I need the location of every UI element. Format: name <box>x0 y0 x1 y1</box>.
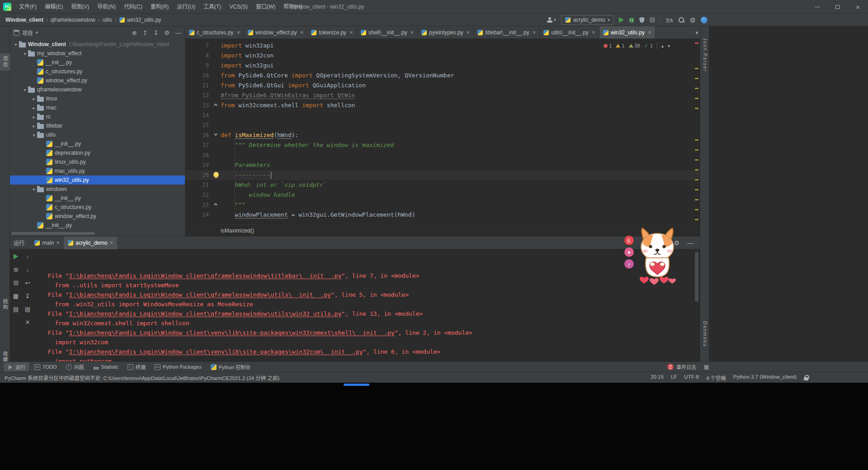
tool-strip-project[interactable]: 项目 <box>0 53 10 71</box>
debug-button[interactable] <box>629 17 634 23</box>
chevron-down-icon[interactable]: ▾ <box>36 30 38 35</box>
stripe-mark[interactable] <box>695 98 698 99</box>
breadcrumb-qframelesswindow[interactable]: qframelesswindow <box>51 17 95 23</box>
code-editor[interactable]: 7import win32api8import win32con9import … <box>185 39 700 224</box>
rerun-icon[interactable] <box>12 253 19 260</box>
tree-item-__init__-py[interactable]: __init__.py <box>10 194 185 203</box>
blue-status-icon[interactable] <box>701 17 708 24</box>
stripe-mark[interactable] <box>695 43 698 44</box>
stripe-mark[interactable] <box>695 199 698 200</box>
toolwindow-button-终端[interactable]: 终端 <box>124 362 149 371</box>
close-tab-icon[interactable]: × <box>110 239 113 246</box>
breadcrumb-function[interactable]: isMaximized() <box>221 228 254 234</box>
tree-item-linux_utils-py[interactable]: linux_utils.py <box>10 157 185 166</box>
breadcrumb-utils[interactable]: utils <box>103 17 112 23</box>
clear-icon[interactable]: ✕ <box>24 318 31 326</box>
expand-all-icon[interactable]: ↥ <box>143 29 148 36</box>
tree-item-titlebar[interactable]: ▸titlebar <box>10 121 185 130</box>
close-tab-icon[interactable]: × <box>236 29 240 36</box>
tree-item-mac_utils-py[interactable]: mac_utils.py <box>10 166 185 176</box>
status-item-20-15[interactable]: 20:15 <box>651 374 664 381</box>
tree-toggle-icon[interactable]: ▸ <box>31 105 37 110</box>
tree-item-c_structures-py[interactable]: c_structures.py <box>10 203 185 212</box>
console-file-link[interactable]: I:\biancheng\Fandis_Login\Window_client\… <box>69 291 331 298</box>
stop-icon[interactable] <box>12 279 19 286</box>
tree-toggle-icon[interactable]: ▾ <box>31 187 37 192</box>
tree-item-Window_client[interactable]: ▾Window_clientI:\biancheng\Fandis_Login\… <box>10 40 185 49</box>
project-panel-title[interactable]: 项目 <box>22 29 33 37</box>
tool-strip-json-parser[interactable]: Json Parser <box>700 38 709 72</box>
next-problem-icon[interactable]: ▾ <box>668 43 670 48</box>
tree-item-utils[interactable]: ▾utils <box>10 130 185 139</box>
translate-icon[interactable]: 文A <box>665 17 673 24</box>
search-icon[interactable] <box>678 17 685 24</box>
editor-breadcrumbs[interactable]: isMaximized() <box>185 224 700 236</box>
editor-tab-pywintypes-py[interactable]: pywintypes.py× <box>418 26 474 38</box>
project-tree[interactable]: ▾Window_clientI:\biancheng\Fandis_Login\… <box>10 39 185 236</box>
emote-button-2[interactable]: ♪ <box>624 259 634 269</box>
tree-item-__init__-py[interactable]: __init__.py <box>10 58 185 67</box>
hidden-tabs-icon[interactable]: ▾ <box>695 30 698 36</box>
tree-item-mac[interactable]: ▸mac <box>10 103 185 112</box>
maximize-icon[interactable] <box>827 0 848 14</box>
tree-item-rc[interactable]: ▸rc <box>10 112 185 121</box>
run-tab-acrylic_demo[interactable]: acrylic_demo× <box>64 237 117 249</box>
stripe-mark[interactable] <box>695 209 698 210</box>
settings-gear-icon[interactable]: ⚙ <box>690 17 696 24</box>
run-button[interactable] <box>619 17 624 23</box>
down-icon[interactable]: ↓ <box>24 266 31 273</box>
tree-item-windows[interactable]: ▾windows <box>10 185 185 194</box>
menu-item-文件-F-[interactable]: 文件(F) <box>15 0 41 14</box>
coverage-button[interactable] <box>639 17 645 23</box>
fold-marker-icon[interactable] <box>214 132 217 136</box>
console-scrollbar[interactable] <box>695 252 698 302</box>
stripe-mark[interactable] <box>695 108 698 109</box>
user-menu[interactable]: ▾ <box>547 17 556 23</box>
tree-toggle-icon[interactable]: ▸ <box>31 123 37 128</box>
toolwindow-button-Python-控制台[interactable]: Python 控制台 <box>207 362 254 371</box>
toolwindow-button-Statistic[interactable]: Statistic <box>90 363 123 371</box>
stripe-mark[interactable] <box>695 219 698 220</box>
console-file-link[interactable]: I:\biancheng\Fandis_Login\Window_client\… <box>69 348 363 355</box>
emote-button-1[interactable]: ♥ <box>624 247 634 257</box>
menu-item-工具-T-[interactable]: 工具(T) <box>199 0 225 14</box>
up-icon[interactable]: ↑ <box>24 253 31 260</box>
run-config-selector[interactable]: acrylic_demo ▾ <box>561 15 614 25</box>
tree-toggle-icon[interactable]: ▾ <box>22 51 28 56</box>
horizontal-scrollbar[interactable] <box>11 232 95 235</box>
status-message[interactable]: PyCharm 系统目录分区中的磁盘空间不足: C:\Users\lenovo\… <box>0 374 279 381</box>
tree-item-__init__-py[interactable]: __init__.py <box>10 139 185 148</box>
editor-tab-utils-__init__-py[interactable]: utils\__init__.py× <box>540 26 599 38</box>
soft-wrap-icon[interactable]: ↩ <box>24 279 31 286</box>
lock-icon[interactable] <box>804 375 808 380</box>
tree-toggle-icon[interactable]: ▸ <box>31 114 37 119</box>
stripe-mark[interactable] <box>695 149 698 151</box>
status-item-UTF-8[interactable]: UTF-8 <box>684 374 699 381</box>
fold-marker-icon[interactable] <box>214 104 217 107</box>
close-tab-icon[interactable]: × <box>300 29 304 36</box>
menu-item-重构-R-[interactable]: 重构(R) <box>146 0 173 14</box>
tree-toggle-icon[interactable]: ▸ <box>31 96 37 101</box>
breadcrumb-Window_client[interactable]: Window_client <box>5 17 43 23</box>
tree-item-linux[interactable]: ▸linux <box>10 94 185 103</box>
tree-item-window_effect-py[interactable]: window_effect.py <box>10 212 185 221</box>
tool-strip-structure[interactable]: 结构 <box>0 296 10 313</box>
corgi-sticker[interactable] <box>635 226 679 288</box>
event-log-button[interactable]: 2 事件日志 <box>667 363 696 370</box>
tree-item-win32_utils-py[interactable]: win32_utils.py <box>10 176 185 185</box>
stripe-mark[interactable] <box>695 169 698 171</box>
scroll-end-icon[interactable]: ↧ <box>24 292 31 299</box>
run-tab-main[interactable]: main× <box>30 237 64 249</box>
console-file-link[interactable]: I:\biancheng\Fandis_Login\Window_client\… <box>69 329 395 336</box>
toolwindow-button-运行[interactable]: 运行 <box>4 362 29 371</box>
error-stripe[interactable] <box>693 39 700 224</box>
close-tab-icon[interactable]: × <box>349 29 353 36</box>
hide-panel-icon[interactable]: — <box>175 29 181 36</box>
status-item-Python-3-7-Window_client-[interactable]: Python 3.7 (Window_client) <box>733 374 797 381</box>
close-tab-icon[interactable]: × <box>56 239 60 246</box>
panel-settings-gear-icon[interactable]: ⚙ <box>164 29 170 36</box>
console-file-link[interactable]: I:\biancheng\Fandis_Login\Window_client\… <box>69 272 342 279</box>
menu-item-视图-V-[interactable]: 视图(V) <box>67 0 93 14</box>
tool-strip-danmaku[interactable]: Danmaku <box>700 321 709 347</box>
close-tab-icon[interactable]: × <box>467 29 470 36</box>
